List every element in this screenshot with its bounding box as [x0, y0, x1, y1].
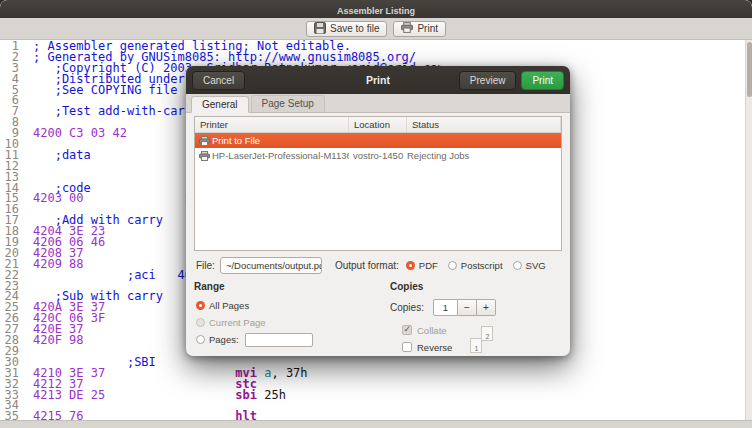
- pages-input[interactable]: [245, 333, 313, 347]
- code-token: , 37h: [271, 366, 307, 380]
- range-option-label: Current Page: [209, 317, 266, 328]
- print-dialog: Print Cancel Preview Print GeneralPage S…: [186, 66, 570, 356]
- tab-general[interactable]: General: [191, 96, 249, 113]
- window-title: Assembler Listing: [337, 6, 415, 16]
- code-token: 4215 76: [33, 409, 235, 420]
- code-token: ;data: [33, 148, 91, 162]
- column-header-status[interactable]: Status: [407, 117, 561, 132]
- copies-label: Copies:: [390, 302, 424, 313]
- options-sections: Range All PagesCurrent PagePages: Copies…: [194, 281, 562, 358]
- tab-page-setup[interactable]: Page Setup: [251, 95, 325, 112]
- collate-checkbox: [402, 325, 412, 335]
- scrollbar-thumb[interactable]: [747, 42, 752, 97]
- format-option-svg[interactable]: SVG: [513, 260, 546, 271]
- header-actions: Preview Print: [459, 71, 564, 90]
- reverse-checkbox[interactable]: [402, 342, 412, 352]
- printer-list-header: PrinterLocationStatus: [195, 117, 561, 133]
- copies-heading: Copies: [390, 281, 562, 292]
- column-header-location[interactable]: Location: [349, 117, 407, 132]
- copies-value[interactable]: 1: [433, 299, 458, 316]
- copies-checkbox-area: Collate Reverse 2 1: [390, 323, 562, 358]
- save-to-file-label: Save to file: [330, 23, 379, 34]
- code-token: a: [257, 366, 271, 380]
- printer-row[interactable]: Print to File: [195, 133, 561, 148]
- format-option-postscript[interactable]: Postscript: [448, 260, 503, 271]
- code-token: 4213 DE 25: [33, 388, 235, 402]
- code-token: sbi: [235, 388, 257, 402]
- printer-name: HP-LaserJet-Professional-M1136-MFP: [212, 150, 349, 161]
- dialog-tabs: GeneralPage Setup: [186, 94, 570, 113]
- reverse-label: Reverse: [417, 342, 452, 353]
- code-token: 4203 00: [33, 191, 185, 205]
- collate-preview-page-2: 2: [481, 326, 493, 341]
- range-option-current-page: Current Page: [194, 316, 384, 329]
- copies-decrement-button[interactable]: −: [458, 299, 477, 316]
- range-heading: Range: [194, 281, 384, 292]
- collate-preview-page-1: 1: [470, 338, 482, 353]
- format-option-label: SVG: [526, 260, 546, 271]
- radio-postscript[interactable]: [448, 261, 457, 270]
- code-line: 354215 76 hlt: [0, 411, 752, 420]
- radio-current-page: [196, 318, 205, 327]
- copies-section: Copies Copies: 1 − + Colla: [384, 281, 562, 358]
- dialog-body: PrinterLocationStatus Print to FileHP-La…: [186, 113, 570, 358]
- copies-increment-button[interactable]: +: [477, 299, 496, 316]
- column-header-printer[interactable]: Printer: [195, 117, 349, 132]
- range-option-label: All Pages: [209, 300, 249, 311]
- code-token: hlt: [235, 409, 257, 420]
- print-confirm-button[interactable]: Print: [521, 71, 564, 90]
- print-dialog-header[interactable]: Print Cancel Preview Print: [186, 66, 570, 94]
- radio-pages[interactable]: [196, 335, 205, 344]
- preview-button[interactable]: Preview: [459, 71, 517, 90]
- printer-name: Print to File: [212, 135, 349, 146]
- code-line: 334213 DE 25 sbi 25h: [0, 390, 752, 401]
- range-section: Range All PagesCurrent PagePages:: [194, 281, 384, 358]
- range-options: All PagesCurrent PagePages:: [194, 299, 384, 346]
- print-toolbar-button[interactable]: Print: [393, 21, 446, 37]
- file-row: File: ~/Documents/output.pdf Output form…: [196, 257, 560, 274]
- output-format-label: Output format:: [335, 260, 399, 271]
- save-icon: [314, 22, 326, 36]
- printer-icon: [199, 136, 212, 146]
- format-option-label: PDF: [419, 260, 438, 271]
- copies-row: Copies: 1 − +: [390, 299, 562, 316]
- toolbar: Save to file Print: [0, 18, 752, 40]
- radio-pdf[interactable]: [406, 261, 415, 270]
- copies-spinner: 1 − +: [433, 299, 496, 316]
- printer-location: vostro-1450: [349, 150, 407, 161]
- code-token: ;See COPYING file: [33, 83, 178, 97]
- output-format-options: PDFPostscriptSVG: [406, 260, 556, 272]
- bottom-strip: [0, 420, 752, 428]
- range-option-pages[interactable]: Pages:: [194, 333, 384, 346]
- code-token: ;aci 46h: [33, 268, 199, 282]
- assembler-listing-window: Assembler Listing Save to file Print 1; …: [0, 0, 752, 428]
- file-chooser-button[interactable]: ~/Documents/output.pdf: [220, 257, 322, 274]
- vertical-scrollbar[interactable]: [745, 40, 752, 420]
- code-token: 25h: [257, 388, 286, 402]
- copies-checkbox-column: Collate Reverse: [402, 323, 452, 357]
- printer-status: Rejecting Jobs: [407, 150, 561, 161]
- radio-all-pages[interactable]: [196, 301, 205, 310]
- radio-svg[interactable]: [513, 261, 522, 270]
- cancel-button[interactable]: Cancel: [192, 71, 245, 90]
- line-number: 35: [0, 411, 19, 420]
- format-option-pdf[interactable]: PDF: [406, 260, 438, 271]
- reverse-row: Reverse: [402, 340, 452, 354]
- window-titlebar[interactable]: Assembler Listing: [0, 0, 752, 18]
- range-option-label: Pages:: [209, 334, 239, 345]
- printer-icon: [401, 22, 413, 35]
- printer-row[interactable]: HP-LaserJet-Professional-M1136-MFPvostro…: [195, 148, 561, 163]
- printer-list: PrinterLocationStatus Print to FileHP-La…: [194, 116, 562, 251]
- format-option-label: Postscript: [461, 260, 503, 271]
- file-label: File:: [196, 260, 215, 271]
- printer-icon: [199, 151, 212, 161]
- code-token: ;Test add-with-carry: [33, 104, 199, 118]
- range-option-all-pages[interactable]: All Pages: [194, 299, 384, 312]
- printer-list-rows: Print to FileHP-LaserJet-Professional-M1…: [195, 133, 561, 163]
- collate-row: Collate: [402, 323, 452, 337]
- collate-label: Collate: [417, 325, 447, 336]
- save-to-file-button[interactable]: Save to file: [306, 21, 387, 37]
- collate-preview: 2 1: [470, 326, 498, 358]
- print-toolbar-label: Print: [417, 23, 438, 34]
